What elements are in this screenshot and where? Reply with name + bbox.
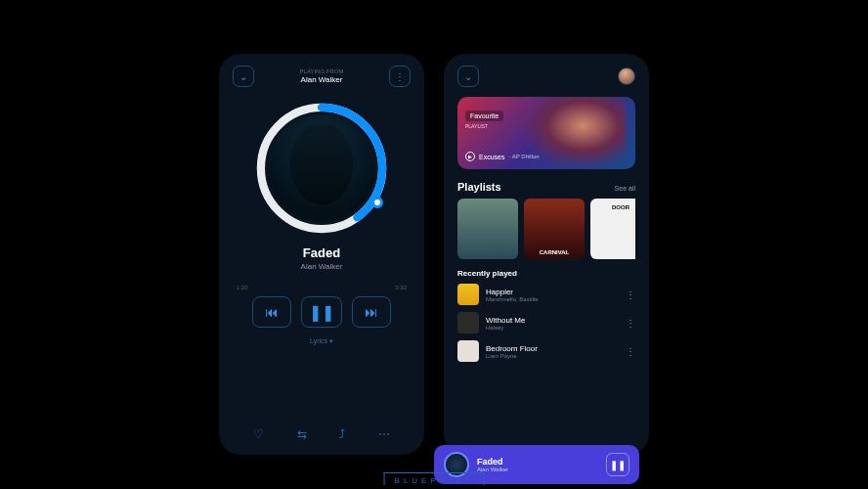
- play-button[interactable]: ▶: [465, 152, 475, 161]
- pause-button[interactable]: ❚❚: [301, 296, 342, 328]
- recent-more-button[interactable]: ⋮: [626, 289, 635, 300]
- artist-silhouette: [284, 125, 360, 211]
- previous-button[interactable]: ⏮: [252, 296, 291, 328]
- playback-controls: ⏮ ❚❚ ⏭: [233, 296, 411, 328]
- more-vertical-icon: ⋮: [626, 289, 635, 300]
- recent-text: Bedroom Floor Liam Payne: [486, 344, 619, 359]
- album-art: [268, 114, 375, 222]
- time-total: 3:32: [395, 285, 407, 290]
- share-button[interactable]: ⤴: [339, 427, 345, 441]
- lyrics-toggle[interactable]: Lyrics ▾: [233, 337, 411, 345]
- repeat-button[interactable]: ⇆: [297, 427, 307, 441]
- more-vertical-icon: ⋮: [626, 346, 635, 357]
- recent-thumb: [457, 284, 479, 305]
- recent-heading: Recently played: [457, 269, 635, 278]
- playlist-card[interactable]: CARNIVAL: [524, 199, 585, 259]
- now-playing-screen: ⌄ PLAYING FROM Alan Walker ⋮ Faded Alan …: [219, 54, 424, 455]
- header-title: PLAYING FROM Alan Walker: [300, 68, 344, 85]
- more-horizontal-icon: ⋯: [378, 427, 390, 441]
- playlists-row: CARNIVAL DOOR: [457, 199, 635, 259]
- recent-text: Happier Marshmello, Bastille: [486, 288, 619, 302]
- share-icon: ⤴: [339, 427, 345, 441]
- recent-more-button[interactable]: ⋮: [626, 318, 635, 329]
- chevron-down-icon: ⌄: [239, 71, 247, 82]
- playlist-label: CARNIVAL: [540, 249, 570, 255]
- mini-player-text: Faded Alan Walker: [477, 457, 598, 472]
- recent-text: Without Me Halsey: [486, 316, 619, 331]
- playlist-label: DOOR: [612, 204, 629, 210]
- recent-title: Bedroom Floor: [486, 344, 619, 353]
- home-screen: ⌄ Favourite PLAYLIST ▶ Excuses - AP Dhil…: [444, 54, 649, 455]
- more-actions-button[interactable]: ⋯: [378, 427, 390, 441]
- collapse-button[interactable]: ⌄: [233, 66, 254, 87]
- mini-player-artist: Alan Walker: [477, 467, 598, 472]
- album-art-area: [233, 101, 411, 236]
- heart-icon: ♡: [253, 427, 264, 441]
- recent-thumb: [457, 340, 479, 362]
- menu-button[interactable]: ⌄: [457, 66, 479, 87]
- recent-artist: Liam Payne: [486, 353, 619, 359]
- mini-player-title: Faded: [477, 457, 598, 467]
- featured-song: Excuses: [479, 154, 504, 160]
- recent-artist: Halsey: [486, 325, 619, 331]
- recent-item[interactable]: Without Me Halsey ⋮: [457, 312, 635, 333]
- mini-player-pause-button[interactable]: ❚❚: [606, 453, 629, 476]
- playlists-heading: Playlists: [457, 181, 501, 193]
- footer-logo: BLUEPRINT: [384, 472, 485, 485]
- featured-artist: - AP Dhillon: [508, 154, 539, 159]
- track-artist: Alan Walker: [233, 262, 411, 271]
- header-context-label: PLAYING FROM: [300, 68, 344, 75]
- play-icon: ▶: [468, 154, 472, 159]
- header-artist: Alan Walker: [300, 75, 344, 85]
- bottom-actions: ♡ ⇆ ⤴ ⋯: [233, 422, 411, 443]
- playlist-card[interactable]: DOOR: [590, 199, 635, 259]
- featured-card[interactable]: Favourite PLAYLIST ▶ Excuses - AP Dhillo…: [457, 97, 635, 169]
- recent-more-button[interactable]: ⋮: [626, 346, 635, 357]
- more-vertical-icon: ⋮: [626, 318, 635, 329]
- repeat-icon: ⇆: [297, 427, 307, 441]
- track-title: Faded: [233, 245, 411, 260]
- skip-forward-icon: ⏭: [365, 304, 378, 320]
- recent-thumb: [457, 312, 479, 333]
- recent-item[interactable]: Happier Marshmello, Bastille ⋮: [457, 284, 635, 305]
- recent-artist: Marshmello, Bastille: [486, 296, 619, 302]
- progress-ring[interactable]: [254, 101, 389, 236]
- time-elapsed: 1:20: [237, 285, 248, 290]
- pause-icon: ❚❚: [309, 303, 334, 322]
- more-button[interactable]: ⋮: [389, 66, 411, 87]
- home-header: ⌄: [457, 66, 635, 87]
- recent-item[interactable]: Bedroom Floor Liam Payne ⋮: [457, 340, 635, 362]
- profile-avatar[interactable]: [618, 67, 635, 85]
- see-all-link[interactable]: See all: [615, 185, 635, 192]
- next-button[interactable]: ⏭: [352, 296, 391, 328]
- featured-now-playing: ▶ Excuses - AP Dhillon: [465, 152, 540, 161]
- skip-back-icon: ⏮: [265, 304, 279, 320]
- more-vertical-icon: ⋮: [395, 71, 405, 82]
- recent-title: Happier: [486, 288, 619, 296]
- featured-tag: Favourite: [465, 111, 503, 121]
- playlist-card[interactable]: [457, 199, 518, 259]
- now-playing-header: ⌄ PLAYING FROM Alan Walker ⋮: [233, 66, 411, 87]
- progress-handle[interactable]: [371, 197, 383, 208]
- recent-title: Without Me: [486, 316, 619, 325]
- chevron-down-icon: ⌄: [464, 71, 472, 82]
- time-row: 1:20 3:32: [233, 285, 411, 290]
- recent-list: Happier Marshmello, Bastille ⋮ Without M…: [457, 284, 635, 362]
- playlists-header: Playlists See all: [457, 181, 635, 193]
- like-button[interactable]: ♡: [253, 427, 264, 441]
- pause-icon: ❚❚: [610, 460, 626, 470]
